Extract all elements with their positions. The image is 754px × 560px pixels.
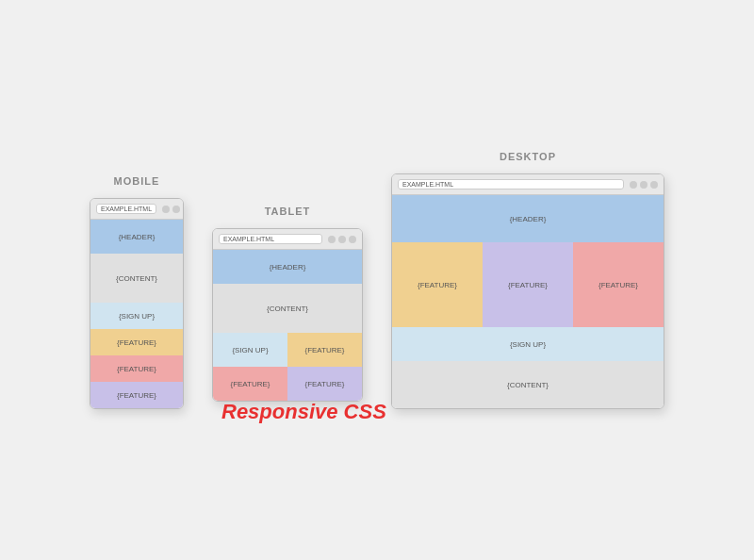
small-dot-1 <box>162 206 170 213</box>
large-feature1-section: {FEATURE} <box>392 242 483 327</box>
large-header-section: {HEADER} <box>392 195 664 242</box>
main-container: MOBILE EXAMPLE.HTML {HEADER} {CONTENT} {… <box>61 132 693 428</box>
small-layout-label: MOBILE <box>114 175 160 187</box>
large-browser-url: EXAMPLE.HTML <box>398 179 624 189</box>
small-feature3-section: {FEATURE} <box>90 382 183 408</box>
medium-dot-3 <box>349 236 356 243</box>
small-browser-dots <box>162 206 184 213</box>
medium-feature1-section: {FEATURE} <box>287 333 362 367</box>
medium-signup-section: {SIGN UP} <box>213 333 287 367</box>
small-dot-2 <box>172 206 180 213</box>
medium-layout-label: TABLET <box>265 206 311 217</box>
large-features-row: {FEATURE} {FEATURE} {FEATURE} <box>392 242 664 327</box>
medium-browser-dots <box>328 236 356 243</box>
medium-row-2: {FEATURE} {FEATURE} <box>213 367 362 401</box>
large-layout-label: DESKTOP <box>500 151 556 162</box>
large-dot-1 <box>630 181 637 189</box>
large-dot-3 <box>650 181 658 189</box>
small-browser-bar: EXAMPLE.HTML <box>90 199 183 220</box>
medium-content-section: {CONTENT} <box>213 284 362 333</box>
small-content-section: {CONTENT} <box>90 254 183 303</box>
small-browser-url: EXAMPLE.HTML <box>96 204 156 214</box>
medium-browser-bar: EXAMPLE.HTML <box>213 229 362 250</box>
medium-row-1: {SIGN UP} {FEATURE} <box>213 333 362 367</box>
large-browser-bar: EXAMPLE.HTML <box>392 174 664 195</box>
medium-feature2-section: {FEATURE} <box>213 367 287 401</box>
medium-feature3-section: {FEATURE} <box>287 367 362 401</box>
medium-browser-window: EXAMPLE.HTML {HEADER} {CONTENT} {SIGN UP… <box>212 228 363 402</box>
small-feature2-section: {FEATURE} <box>90 355 183 382</box>
large-browser-dots <box>630 181 658 189</box>
small-dot-3 <box>183 206 184 213</box>
small-signup-section: {SIGN UP} <box>90 303 183 329</box>
medium-dot-2 <box>338 236 346 243</box>
medium-browser-url: EXAMPLE.HTML <box>219 234 322 244</box>
medium-header-section: {HEADER} <box>213 250 362 284</box>
large-dot-2 <box>640 181 647 189</box>
large-feature2-section: {FEATURE} <box>483 242 573 327</box>
large-browser-window: EXAMPLE.HTML {HEADER} {FEATURE} {FEATURE… <box>391 173 664 409</box>
large-content-section: {CONTENT} <box>392 361 664 408</box>
medium-content-area: {HEADER} {CONTENT} {SIGN UP} {FEATURE} {… <box>213 250 362 401</box>
medium-layout-group: TABLET EXAMPLE.HTML {HEADER} {CONTENT} {… <box>212 206 363 409</box>
small-header-section: {HEADER} <box>90 220 183 254</box>
responsive-css-label: Responsive CSS <box>221 400 386 424</box>
large-signup-section: {SIGN UP} <box>392 327 664 361</box>
small-layout-group: MOBILE EXAMPLE.HTML {HEADER} {CONTENT} {… <box>90 175 184 409</box>
small-feature1-section: {FEATURE} <box>90 329 183 355</box>
small-browser-window: EXAMPLE.HTML {HEADER} {CONTENT} {SIGN UP… <box>90 198 184 409</box>
small-content-area: {HEADER} {CONTENT} {SIGN UP} {FEATURE} {… <box>90 220 183 408</box>
large-feature3-section: {FEATURE} <box>573 242 664 327</box>
large-layout-group: DESKTOP EXAMPLE.HTML {HEADER} {FEATURE} … <box>391 151 664 409</box>
large-content-area: {HEADER} {FEATURE} {FEATURE} {FEATURE} {… <box>392 195 664 408</box>
medium-dot-1 <box>328 236 336 243</box>
